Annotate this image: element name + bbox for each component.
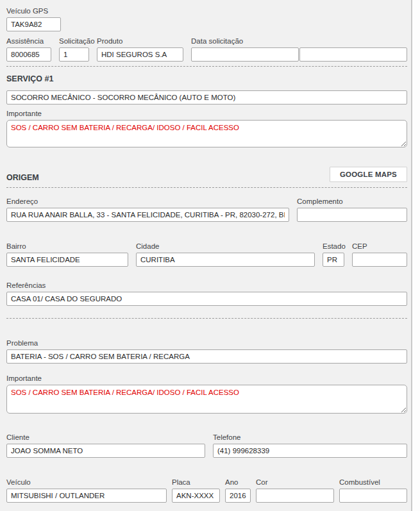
google-maps-button[interactable]: GOOGLE MAPS [330,167,407,182]
cliente-row: Cliente Telefone [6,433,407,458]
field-veiculo-gps: Veículo GPS [6,6,61,31]
cor-label: Cor [256,478,334,487]
assistencia-row: Assistência Solicitação Produto Data sol… [6,37,407,62]
bairro-input[interactable] [6,253,128,267]
assistencia-label: Assistência [6,37,51,46]
endereco-input[interactable] [6,208,289,222]
servico-descricao-input[interactable] [6,90,407,105]
servico-heading: SERVIÇO #1 [6,74,407,83]
veiculo-label: Veículo [6,478,167,487]
data-solicitacao-time-input[interactable] [299,47,407,62]
combustivel-input[interactable] [339,489,407,503]
placa-label: Placa [172,478,220,487]
cor-input[interactable] [256,489,334,503]
endereco-row: Endereço Complemento [6,197,407,222]
cliente-label: Cliente [6,433,205,442]
complemento-label: Complemento [297,197,407,206]
field-veiculo: Veículo [6,478,167,503]
field-produto: Produto [97,37,183,62]
bairro-row: Bairro Cidade Estado CEP [6,242,407,267]
field-endereco: Endereço [6,197,289,222]
form-panel: Veículo GPS Assistência Solicitação Prod… [0,0,412,511]
service-order-form: Veículo GPS Assistência Solicitação Prod… [0,0,420,511]
field-combustivel: Combustível [339,478,407,503]
ano-input[interactable] [225,489,251,503]
field-complemento: Complemento [297,197,407,222]
problema-input[interactable] [6,349,407,364]
data-solicitacao-group [191,47,407,62]
field-placa: Placa [172,478,220,503]
cliente-input[interactable] [6,444,205,458]
origem-heading: ORIGEM [6,173,39,182]
field-ano: Ano [225,478,251,503]
telefone-input[interactable] [213,444,407,458]
servico-importante-textarea[interactable]: SOS / CARRO SEM BATERIA / RECARGA/ IDOSO… [6,120,407,147]
field-telefone: Telefone [213,433,407,458]
field-estado: Estado [323,242,344,267]
cidade-label: Cidade [136,242,315,251]
separator [6,187,407,188]
veiculo-row: Veículo Placa Ano Cor Combustível [6,478,407,503]
produto-input[interactable] [97,47,183,62]
combustivel-label: Combustível [339,478,407,487]
cep-input[interactable] [352,253,407,267]
ano-label: Ano [225,478,251,487]
field-problema-importante: Importante SOS / CARRO SEM BATERIA / REC… [6,374,407,414]
placa-input[interactable] [172,489,220,503]
servico-importante-label: Importante [6,109,407,118]
assistencia-input[interactable] [6,47,51,62]
field-bairro: Bairro [6,242,128,267]
field-referencias: Referências [6,281,407,306]
data-solicitacao-date-input[interactable] [191,47,299,62]
field-cor: Cor [256,478,334,503]
separator [6,318,407,319]
telefone-label: Telefone [213,433,407,442]
endereco-label: Endereço [6,197,289,206]
solicitacao-label: Solicitação [59,37,89,46]
referencias-input[interactable] [6,292,407,306]
estado-label: Estado [323,242,344,251]
referencias-label: Referências [6,281,407,290]
data-solicitacao-label: Data solicitação [191,37,407,46]
solicitacao-input[interactable] [59,47,89,62]
veiculo-gps-input[interactable] [6,17,61,31]
field-assistencia: Assistência [6,37,51,62]
estado-input[interactable] [323,253,344,267]
veiculo-input[interactable] [6,489,167,503]
separator [6,66,407,67]
field-solicitacao: Solicitação [59,37,89,62]
field-cliente: Cliente [6,433,205,458]
bairro-label: Bairro [6,242,128,251]
field-cidade: Cidade [136,242,315,267]
field-data-solicitacao: Data solicitação [191,37,407,62]
problema-importante-textarea[interactable]: SOS / CARRO SEM BATERIA / RECARGA/ IDOSO… [6,385,407,414]
field-cep: CEP [352,242,407,267]
field-servico-descricao [6,90,407,105]
cep-label: CEP [352,242,407,251]
field-problema: Problema [6,339,407,364]
problema-label: Problema [6,339,407,348]
produto-label: Produto [97,37,183,46]
field-servico-importante: Importante SOS / CARRO SEM BATERIA / REC… [6,109,407,147]
origem-header-row: ORIGEM GOOGLE MAPS [6,167,407,182]
complemento-input[interactable] [297,208,407,222]
veiculo-gps-label: Veículo GPS [6,6,61,15]
cidade-input[interactable] [136,253,315,267]
problema-importante-label: Importante [6,374,407,383]
